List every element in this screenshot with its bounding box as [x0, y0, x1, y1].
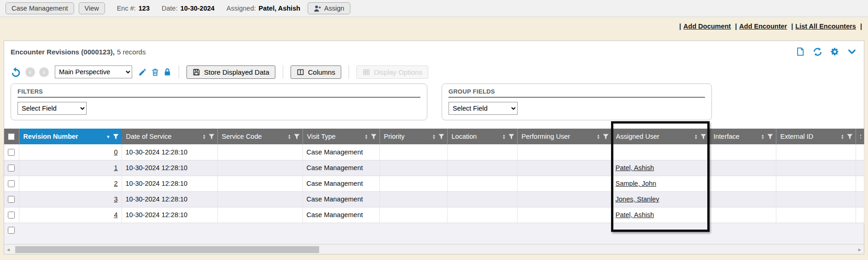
row-checkbox[interactable]: [8, 212, 15, 219]
refresh-icon[interactable]: [813, 47, 822, 57]
perspective-select[interactable]: Main Perspective: [55, 65, 132, 78]
filter-funnel-icon[interactable]: [767, 134, 773, 140]
row-checkbox[interactable]: [8, 180, 15, 187]
cell-location: [447, 160, 517, 176]
revision-link[interactable]: 4: [114, 211, 117, 219]
filters-area: FILTERS Select Field GROUP FIELDS Select…: [4, 82, 864, 126]
scroll-left-arrow-icon[interactable]: ◄: [4, 245, 12, 254]
revision-link[interactable]: 0: [114, 148, 117, 156]
filter-funnel-icon[interactable]: [700, 134, 706, 140]
revision-link[interactable]: 2: [114, 180, 117, 187]
column-header-service-code[interactable]: Service Code ▴▾: [217, 129, 303, 144]
assigned-user-link[interactable]: Patel, Ashish: [616, 164, 654, 171]
toolbar-divider: [283, 65, 283, 79]
view-button[interactable]: View: [79, 2, 105, 14]
column-header-location[interactable]: Location ▴▾: [447, 129, 517, 144]
column-header-revision-number[interactable]: Revision Number ▾: [19, 129, 122, 144]
gear-icon[interactable]: [830, 47, 839, 56]
columns-icon: [297, 68, 304, 76]
columns-button[interactable]: Columns: [291, 65, 341, 79]
scrollbar-thumb[interactable]: [15, 246, 319, 253]
revision-link[interactable]: 3: [114, 195, 117, 203]
column-header-visit-type[interactable]: Visit Type ▴▾: [303, 129, 379, 144]
save-icon: [192, 68, 200, 76]
cell-date-of-service: 10-30-2024 12:28:10: [122, 207, 217, 223]
scroll-right-arrow-icon[interactable]: ►: [856, 245, 864, 254]
filters-label: FILTERS: [17, 88, 420, 98]
row-checkbox[interactable]: [8, 149, 15, 156]
column-header-interface[interactable]: Interface ▴▾: [709, 129, 776, 144]
chevron-right-icon[interactable]: ›: [39, 67, 49, 77]
cell-external-id: [776, 160, 856, 176]
sort-icon: ▴▾: [841, 134, 843, 139]
enc-number-value: 123: [139, 5, 150, 12]
filter-funnel-icon[interactable]: [294, 134, 300, 140]
filter-funnel-icon[interactable]: [603, 134, 609, 140]
filter-funnel-icon[interactable]: [847, 134, 853, 140]
toolbar-divider: [179, 65, 179, 79]
cell-service-code: [217, 160, 303, 176]
cell-service-code: [217, 176, 303, 191]
trash-icon[interactable]: [151, 68, 159, 77]
filters-select-field[interactable]: Select Field: [17, 102, 87, 115]
store-displayed-data-label: Store Displayed Data: [204, 68, 269, 76]
pencil-icon[interactable]: [138, 68, 147, 77]
chevron-left-icon[interactable]: ‹: [25, 67, 35, 77]
assigned-value: Patel, Ashish: [259, 5, 301, 12]
cell-service-code: [217, 207, 303, 223]
filter-funnel-icon[interactable]: [371, 134, 377, 140]
horizontal-scrollbar[interactable]: ◄ ►: [4, 244, 864, 254]
column-header-date-of-service[interactable]: Date of Service ▴▾: [122, 129, 217, 144]
assigned-user-link[interactable]: Jones, Stanley: [616, 195, 659, 203]
filter-funnel-icon[interactable]: [508, 134, 514, 140]
cell-interface: [709, 144, 776, 160]
column-label: Location: [452, 133, 477, 140]
list-all-encounters-link[interactable]: List All Encounters: [795, 23, 856, 30]
toolbar-divider: [349, 65, 349, 79]
assigned-user-link[interactable]: Sample, John: [616, 180, 657, 187]
cell-partial: [856, 144, 864, 160]
new-document-icon[interactable]: [796, 47, 805, 56]
assigned-user-link[interactable]: Patel, Ashish: [616, 211, 654, 219]
filter-funnel-icon[interactable]: [113, 134, 119, 140]
cell-performing-user: [517, 144, 612, 160]
column-header-external-id[interactable]: External ID ▴▾: [776, 129, 856, 144]
assign-button-label: Assign: [324, 5, 344, 12]
column-header-partial[interactable]: S: [856, 129, 864, 144]
row-checkbox[interactable]: [8, 165, 15, 171]
cell-service-code: [217, 144, 303, 160]
cell-location: [447, 191, 517, 207]
group-fields-select-field[interactable]: Select Field: [449, 102, 518, 115]
undo-icon[interactable]: [11, 67, 21, 77]
case-management-button[interactable]: Case Management: [6, 2, 74, 14]
add-document-link[interactable]: Add Document: [683, 23, 731, 30]
pipe-divider: |: [679, 23, 681, 30]
column-header-priority[interactable]: Priority ▴▾: [379, 129, 447, 144]
enc-number-label: Enc #:: [117, 5, 136, 12]
column-header-assigned-user[interactable]: Assigned User ▴▾: [612, 129, 709, 144]
cell-revision: 4: [19, 207, 122, 223]
filter-funnel-icon[interactable]: [209, 134, 215, 140]
display-options-label: Display Options: [374, 68, 422, 76]
column-label: S: [860, 133, 861, 140]
cell-revision: 0: [19, 144, 122, 160]
filter-funnel-icon[interactable]: [438, 134, 444, 140]
sort-icon: ▴▾: [762, 134, 763, 139]
pipe-divider: |: [791, 23, 793, 30]
collapse-chevron-down-icon[interactable]: [847, 47, 856, 56]
table-row: 4 10-30-2024 12:28:10 Case Management Pa…: [4, 207, 864, 223]
cell-location: [447, 144, 517, 160]
cell-external-id: [776, 207, 856, 223]
column-header-performing-user[interactable]: Performing User ▴▾: [517, 129, 612, 144]
add-encounter-link[interactable]: Add Encounter: [739, 23, 787, 30]
panel-header: Encounter Revisions (0000123), 5 records: [4, 41, 864, 62]
footer-checkbox[interactable]: [8, 227, 15, 234]
row-checkbox[interactable]: [8, 196, 15, 203]
select-all-checkbox[interactable]: [8, 133, 15, 140]
lock-icon[interactable]: [163, 68, 171, 77]
store-displayed-data-button[interactable]: Store Displayed Data: [186, 65, 275, 79]
column-label: External ID: [781, 133, 814, 140]
revision-link[interactable]: 1: [114, 164, 117, 171]
pipe-divider: |: [860, 23, 862, 30]
assign-button[interactable]: Assign: [308, 2, 350, 14]
